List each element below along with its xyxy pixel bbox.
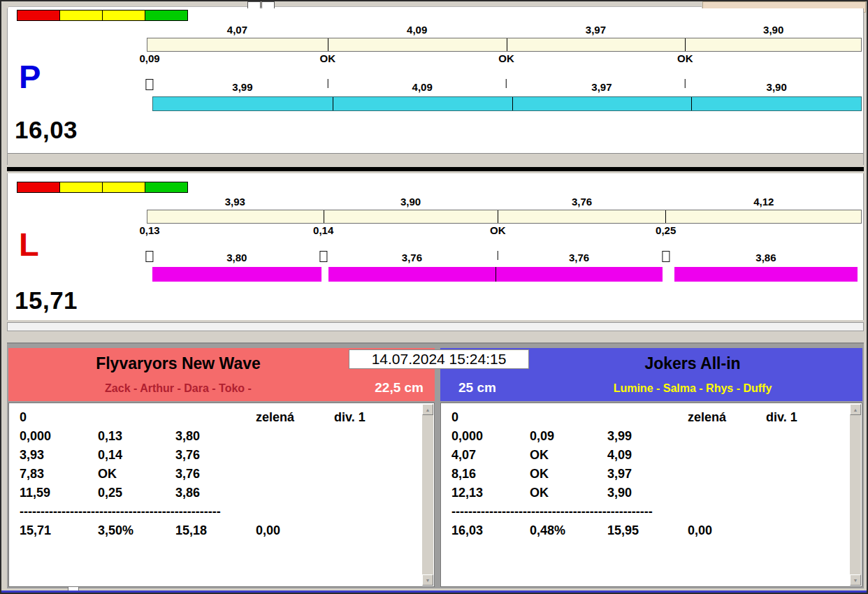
cell: 3,97 — [607, 467, 632, 481]
table-row: 3,93 0,14 3,76 — [9, 448, 421, 467]
cell: 4,09 — [607, 448, 632, 463]
split-value: 3,86 — [674, 252, 858, 263]
cell: 4,07 — [451, 448, 476, 463]
cell: 3,86 — [175, 486, 200, 500]
exchange-value: OK — [677, 53, 693, 64]
bar-segment — [328, 267, 496, 282]
reference-bar — [147, 38, 862, 52]
cell: OK — [530, 486, 549, 500]
cell: div. 1 — [334, 410, 366, 425]
light-yellow-1 — [59, 10, 103, 21]
panel-letter: P — [19, 60, 41, 94]
table-row: 11,59 0,25 3,86 — [9, 486, 421, 505]
scroll-down-icon[interactable]: ▼ — [422, 574, 433, 586]
bar-segment — [691, 97, 861, 110]
exchange-value: 0,13 — [139, 225, 159, 236]
cell: 15,18 — [175, 523, 207, 538]
cell: 0 — [451, 410, 458, 425]
split-value: 3,90 — [685, 24, 862, 36]
cell: 0,25 — [98, 486, 122, 500]
split-value: 3,90 — [324, 196, 498, 208]
bar-segment — [152, 267, 321, 282]
cell: 0,13 — [98, 429, 122, 444]
reference-bar — [147, 210, 862, 224]
split-value: 4,07 — [147, 24, 328, 36]
exchange-value: OK — [490, 225, 506, 236]
exchange-value: OK — [498, 53, 514, 64]
cell: 0,14 — [98, 448, 122, 463]
cell: 0,48% — [530, 523, 565, 538]
exchange-value: 0,09 — [139, 53, 159, 64]
table-totals-row: 16,03 0,48% 15,95 0,00 — [441, 523, 849, 542]
table-totals-row: 15,71 3,50% 15,18 0,00 — [9, 523, 421, 542]
cell: 3,50% — [98, 523, 133, 538]
split-value: 3,80 — [152, 252, 321, 263]
reference-split-labels: 4,07 4,09 3,97 3,90 — [147, 24, 862, 36]
split-value: 3,90 — [691, 81, 862, 93]
lap-bar — [152, 96, 862, 111]
split-value: 3,76 — [496, 252, 663, 263]
scroll-up-icon[interactable]: ▲ — [422, 404, 433, 415]
scrollbar[interactable]: ▲ ▼ — [422, 404, 433, 586]
bar-segment — [324, 210, 498, 223]
cell: 11,59 — [20, 486, 50, 500]
team-distance: 25 cm — [458, 380, 496, 396]
team-name: Flyvaryors New Wave — [8, 354, 348, 373]
bar-segment — [498, 210, 665, 223]
light-green — [145, 10, 188, 21]
app-window: P 4,07 4,09 3,97 3,90 0,09 OK OK — [0, 0, 868, 594]
separator-dashes: ----------------------------------------… — [451, 505, 653, 519]
table-separator-row: ----------------------------------------… — [9, 505, 421, 523]
team-name: Jokers All-in — [523, 354, 862, 373]
panel-total-time: 15,71 — [15, 287, 78, 314]
table-body: 0 zelená div. 1 0,000 0,09 3,99 4,07 OK … — [441, 410, 849, 542]
cell: 3,99 — [607, 429, 632, 444]
scroll-up-icon[interactable]: ▲ — [850, 404, 861, 415]
cell: 0,00 — [256, 523, 280, 538]
light-yellow-2 — [102, 10, 145, 21]
cell: OK — [98, 467, 117, 481]
table-row: 12,13 OK 3,90 — [441, 486, 849, 505]
scroll-down-icon[interactable]: ▼ — [850, 574, 861, 586]
table-row: 7,83 OK 3,76 — [9, 467, 421, 486]
cell: 7,83 — [20, 467, 44, 481]
light-red — [17, 182, 60, 193]
split-value: 3,99 — [152, 81, 333, 93]
cell: 3,76 — [175, 448, 200, 463]
bar-segment — [512, 97, 691, 110]
split-value: 4,09 — [333, 81, 512, 93]
bar-segment — [153, 97, 333, 110]
team-members: Lumine - Salma - Rhys - Duffy — [523, 382, 862, 395]
panel-total-time: 16,03 — [15, 116, 78, 144]
panel-footer-strip — [8, 153, 863, 165]
cell: 0,00 — [688, 523, 712, 538]
light-yellow-2 — [102, 182, 145, 193]
lap-bar — [152, 267, 862, 282]
table-body: 0 zelená div. 1 0,000 0,13 3,80 3,93 0,1… — [9, 410, 421, 542]
cell: OK — [530, 467, 549, 481]
light-red — [17, 10, 60, 21]
cell: 0 — [20, 410, 27, 425]
split-value: 4,09 — [328, 24, 507, 36]
separator-strip — [7, 322, 864, 331]
panel-l: L 3,93 3,90 3,76 4,12 0,13 0,14 OK — [7, 173, 864, 320]
bar-segment — [685, 38, 861, 51]
cell: 0,09 — [530, 429, 554, 444]
split-value: 3,76 — [498, 196, 665, 208]
lap-split-labels: 3,80 3,76 3,76 3,86 — [152, 252, 862, 263]
separator-dashes: ----------------------------------------… — [20, 505, 221, 519]
window-bottom-border — [1, 591, 867, 593]
results-footer: Flyvaryors New Wave Zack - Arthur - Dara… — [7, 342, 864, 588]
cell: 0,000 — [451, 429, 483, 444]
bar-segment — [665, 210, 861, 223]
cell: 3,80 — [175, 429, 200, 444]
table-row: 0,000 0,13 3,80 — [9, 429, 421, 448]
exchange-value: 0,25 — [656, 225, 676, 236]
lap-split-labels: 3,99 4,09 3,97 3,90 — [152, 81, 862, 93]
light-yellow-1 — [59, 182, 103, 193]
cell: 0,000 — [20, 429, 51, 444]
scrollbar[interactable]: ▲ ▼ — [850, 404, 861, 586]
table-header-row: 0 zelená div. 1 — [441, 410, 849, 429]
team-distance: 22,5 cm — [375, 380, 424, 396]
cell: div. 1 — [766, 410, 797, 425]
